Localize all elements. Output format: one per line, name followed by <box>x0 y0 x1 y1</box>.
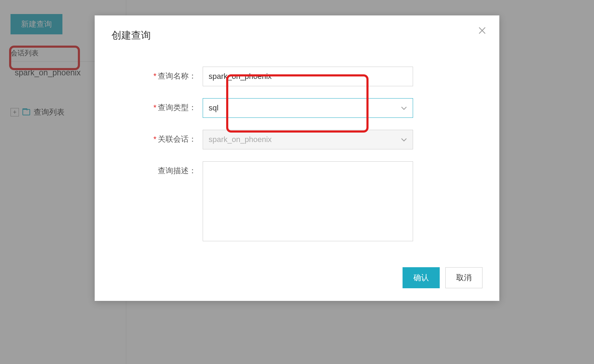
required-asterisk-icon: * <box>153 135 156 143</box>
related-session-label: *关联会话： <box>112 130 203 144</box>
related-session-label-text: 关联会话： <box>158 135 196 143</box>
form-row-type: *查询类型： sql <box>112 98 482 118</box>
form-row-session: *关联会话： spark_on_phoenix <box>112 130 482 149</box>
close-button[interactable] <box>478 26 487 36</box>
cancel-button[interactable]: 取消 <box>445 267 482 288</box>
query-description-textarea[interactable] <box>203 161 413 241</box>
query-type-label: *查询类型： <box>112 98 203 113</box>
chevron-down-icon <box>401 135 407 144</box>
modal-overlay: 创建查询 *查询名称： *查询类型： sql <box>0 0 594 364</box>
close-icon <box>478 26 487 35</box>
query-name-label: *查询名称： <box>112 67 203 81</box>
query-type-select[interactable]: sql <box>203 98 413 118</box>
modal-footer: 确认 取消 <box>112 267 482 288</box>
modal-title: 创建查询 <box>112 29 482 42</box>
query-description-label-text: 查询描述： <box>158 166 196 175</box>
query-name-input[interactable] <box>203 67 413 86</box>
confirm-button[interactable]: 确认 <box>403 267 440 288</box>
form-row-description: 查询描述： <box>112 161 482 243</box>
chevron-down-icon <box>401 103 407 113</box>
related-session-select: spark_on_phoenix <box>203 130 413 149</box>
query-type-value: sql <box>209 103 218 113</box>
related-session-value: spark_on_phoenix <box>209 135 272 144</box>
query-description-label: 查询描述： <box>112 161 203 176</box>
required-asterisk-icon: * <box>153 103 156 112</box>
create-query-modal: 创建查询 *查询名称： *查询类型： sql <box>95 15 499 301</box>
query-type-label-text: 查询类型： <box>158 103 196 112</box>
form-row-name: *查询名称： <box>112 67 482 86</box>
query-name-label-text: 查询名称： <box>158 72 196 80</box>
required-asterisk-icon: * <box>153 72 156 80</box>
